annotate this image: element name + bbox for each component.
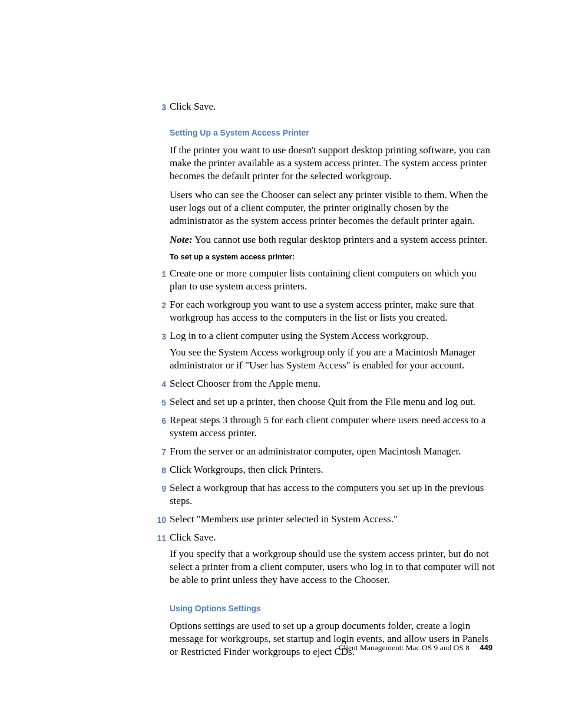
sub-heading: To set up a system access printer: [170,252,495,261]
note-label: Note: [170,234,193,245]
step-number: 3 [150,330,166,343]
page-footer: Client Management: Mac OS 9 and OS 8 449 [339,643,492,653]
section-heading: Using Options Settings [170,603,495,614]
section-heading: Setting Up a System Access Printer [170,127,495,138]
step-item: 3Log in to a client computer using the S… [170,330,495,372]
step-item: 3 Click Save. [170,100,495,113]
step-item: 5Select and set up a printer, then choos… [170,396,495,409]
step-text: Select Chooser from the Apple menu. [170,377,495,390]
step-text: Create one or more computer lists contai… [170,267,495,293]
step-number: 7 [150,446,166,459]
steps-list: 1Create one or more computer lists conta… [170,267,495,587]
step-number: 4 [150,378,166,391]
step-extra-text: If you specify that a workgroup should u… [170,548,495,587]
step-text: Select and set up a printer, then choose… [170,396,495,409]
step-item: 11Click Save.If you specify that a workg… [170,531,495,587]
footer-chapter: Client Management: Mac OS 9 and OS 8 [339,643,470,652]
step-text: From the server or an administrator comp… [170,445,495,458]
step-number: 2 [150,299,166,312]
step-item: 1Create one or more computer lists conta… [170,267,495,293]
step-text: Repeat steps 3 through 5 for each client… [170,414,495,440]
step-item: 8Click Workgroups, then click Printers. [170,463,495,476]
document-page: 3 Click Save. Setting Up a System Access… [0,0,562,728]
paragraph: Users who can see the Chooser can select… [170,189,495,228]
step-text: Select a workgroup that has access to th… [170,482,495,508]
content-area: 3 Click Save. Setting Up a System Access… [170,100,495,664]
step-extra-text: You see the System Access workgroup only… [170,346,495,372]
step-number: 11 [150,532,166,545]
step-number: 3 [150,101,166,114]
step-item: 10Select "Members use printer selected i… [170,513,495,526]
paragraph: If the printer you want to use doesn't s… [170,144,495,183]
step-item: 6Repeat steps 3 through 5 for each clien… [170,414,495,440]
step-text: Click Save. [170,100,495,113]
note-paragraph: Note: You cannot use both regular deskto… [170,233,495,246]
step-number: 8 [150,464,166,477]
step-number: 1 [150,268,166,281]
step-item: 2For each workgroup you want to use a sy… [170,298,495,324]
step-item: 9Select a workgroup that has access to t… [170,482,495,508]
step-text: Click Workgroups, then click Printers. [170,463,495,476]
step-text: Select "Members use printer selected in … [170,513,495,526]
step-item: 4Select Chooser from the Apple menu. [170,377,495,390]
step-number: 6 [150,414,166,427]
paragraph: Options settings are used to set up a gr… [170,620,495,658]
step-text: Click Save. [170,531,495,544]
footer-page-number: 449 [480,643,492,652]
step-number: 10 [150,513,166,526]
step-number: 9 [150,482,166,495]
step-text: For each workgroup you want to use a sys… [170,298,495,324]
step-number: 5 [150,396,166,409]
step-text: Log in to a client computer using the Sy… [170,330,495,342]
step-item: 7From the server or an administrator com… [170,445,495,458]
note-text: You cannot use both regular desktop prin… [193,234,487,245]
